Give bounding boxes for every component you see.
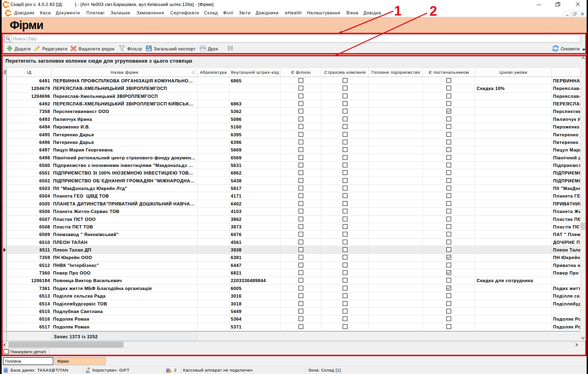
svg-text:2: 2	[430, 4, 437, 19]
svg-text:1: 1	[394, 3, 402, 18]
